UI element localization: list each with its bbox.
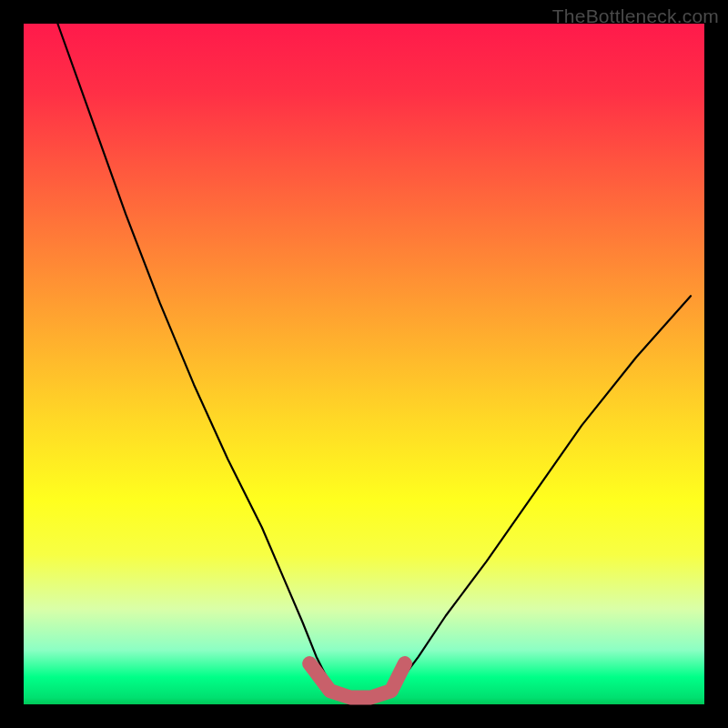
flat-segment-line	[309, 663, 405, 697]
watermark-text: TheBottleneck.com	[552, 5, 719, 27]
curve-line	[57, 24, 691, 698]
stage: TheBottleneck.com	[0, 0, 728, 728]
plot-area	[24, 24, 704, 704]
chart-svg	[24, 24, 704, 704]
